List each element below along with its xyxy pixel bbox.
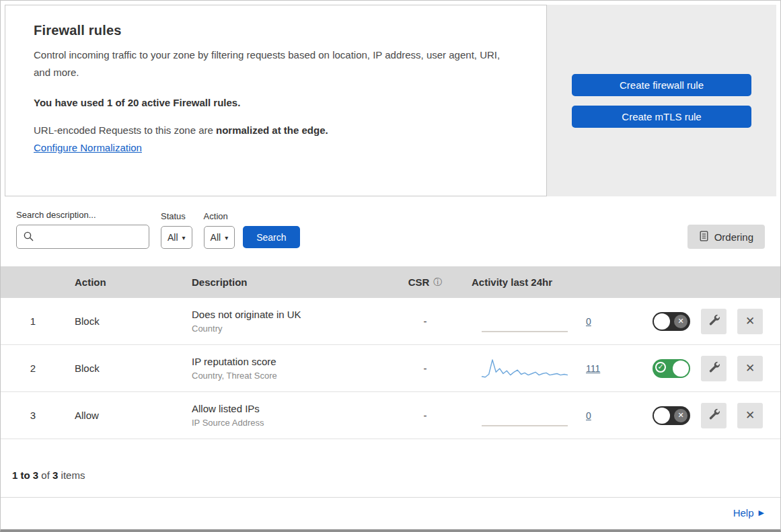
action-dropdown[interactable]: All▾	[204, 226, 235, 249]
rule-csr-value: -	[388, 410, 462, 421]
delete-rule-button[interactable]: ✕	[737, 356, 763, 381]
usage-summary: You have used 1 of 20 active Firewall ru…	[34, 97, 518, 108]
rule-activity: 0	[462, 404, 624, 427]
table-row: 3 Allow Allow listed IPs IP Source Addre…	[1, 392, 780, 439]
edit-rule-button[interactable]	[701, 403, 727, 428]
rule-fields: Country	[192, 324, 388, 334]
toggle-knob	[673, 360, 689, 377]
normalization-note: URL-encoded Requests to this zone are no…	[34, 124, 518, 136]
search-label: Search description...	[16, 210, 149, 220]
chevron-down-icon: ▾	[182, 234, 186, 241]
search-button[interactable]: Search	[243, 226, 299, 248]
table-row: 2 Block IP reputation score Country, Thr…	[1, 345, 780, 392]
wrench-icon	[708, 408, 720, 423]
toggle-knob	[654, 313, 670, 330]
wrench-icon	[708, 314, 720, 329]
close-icon: ✕	[745, 314, 755, 328]
status-dropdown[interactable]: All▾	[161, 226, 192, 249]
items-range: 1 to 3	[12, 469, 38, 481]
close-icon: ✕	[745, 408, 755, 422]
rule-action: Block	[65, 315, 182, 327]
create-firewall-rule-button[interactable]: Create firewall rule	[572, 74, 751, 96]
rule-action: Block	[65, 363, 182, 374]
table-header-row: Action Description CSR ⓘ Activity last 2…	[1, 266, 780, 298]
rule-priority: 3	[1, 410, 65, 421]
ordering-label: Ordering	[714, 231, 753, 243]
search-input-wrap	[16, 225, 149, 249]
rule-priority: 2	[1, 363, 65, 374]
of-text: of	[38, 469, 52, 481]
check-icon: ✓	[655, 362, 666, 373]
rule-title: Allow listed IPs	[192, 403, 388, 414]
close-icon: ✕	[745, 361, 755, 375]
status-label: Status	[161, 211, 192, 221]
edit-rule-button[interactable]	[701, 309, 727, 334]
status-filter-group: Status All▾	[161, 211, 192, 249]
header-actions-panel: Create firewall rule Create mTLS rule	[547, 5, 776, 196]
help-label: Help	[733, 507, 754, 519]
toggle-knob	[654, 408, 670, 424]
header-csr: CSR ⓘ	[388, 276, 462, 289]
x-icon: ✕	[674, 315, 687, 328]
normalization-text: URL-encoded Requests to this zone are	[34, 124, 216, 136]
activity-count-link[interactable]: 0	[586, 410, 591, 421]
create-mtls-rule-button[interactable]: Create mTLS rule	[572, 106, 751, 128]
header-activity: Activity last 24hr	[462, 276, 624, 288]
rule-fields: IP Source Address	[192, 418, 388, 428]
rule-csr-value: -	[388, 363, 462, 374]
search-input[interactable]	[16, 225, 149, 249]
help-link[interactable]: Help▶	[733, 507, 764, 519]
rules-table: Action Description CSR ⓘ Activity last 2…	[1, 266, 780, 439]
chevron-right-icon: ▶	[759, 508, 764, 517]
rule-activity: 0	[462, 310, 624, 333]
configure-normalization-link[interactable]: Configure Normalization	[34, 142, 142, 153]
items-text: items	[58, 469, 85, 481]
filter-bar: Search description... Status All▾ Action…	[1, 196, 780, 266]
header-card: Firewall rules Control incoming traffic …	[5, 5, 547, 196]
rule-enabled-toggle[interactable]: ✓ ✕	[653, 359, 690, 378]
rule-description: Does not originate in UK Country	[182, 309, 388, 334]
page-title: Firewall rules	[34, 23, 518, 38]
rule-enabled-toggle[interactable]: ✓ ✕	[653, 406, 690, 425]
table-row: 1 Block Does not originate in UK Country…	[1, 298, 780, 345]
ordering-button[interactable]: Ordering	[687, 225, 765, 249]
rule-title: Does not originate in UK	[192, 309, 388, 320]
search-field-group: Search description...	[16, 210, 149, 249]
rule-description: IP reputation score Country, Threat Scor…	[182, 356, 388, 381]
rule-title: IP reputation score	[192, 356, 388, 367]
rule-enabled-toggle[interactable]: ✓ ✕	[653, 312, 690, 331]
rule-priority: 1	[1, 315, 65, 327]
header-description: Description	[182, 276, 388, 288]
activity-sparkline	[481, 310, 568, 333]
normalization-bold: normalized at the edge.	[216, 124, 328, 136]
activity-count-link[interactable]: 111	[586, 363, 600, 374]
pagination-summary: 1 to 3 of 3 items	[1, 439, 780, 497]
x-icon: ✕	[674, 409, 687, 422]
header-section: Firewall rules Control incoming traffic …	[5, 5, 776, 196]
info-icon[interactable]: ⓘ	[433, 276, 442, 289]
action-dropdown-value: All	[211, 232, 221, 243]
rule-controls: ✓ ✕ ✕	[624, 309, 780, 334]
action-label: Action	[204, 211, 235, 221]
chevron-down-icon: ▾	[225, 234, 228, 241]
ordering-icon	[699, 231, 709, 243]
header-action: Action	[65, 276, 182, 288]
help-row: Help▶	[1, 497, 780, 528]
search-icon	[23, 231, 34, 245]
rule-activity: 111	[462, 357, 624, 380]
rule-fields: Country, Threat Score	[192, 371, 388, 381]
delete-rule-button[interactable]: ✕	[737, 309, 763, 334]
header-csr-label: CSR	[408, 276, 430, 288]
delete-rule-button[interactable]: ✕	[737, 403, 763, 428]
activity-count-link[interactable]: 0	[586, 316, 591, 327]
rule-csr-value: -	[388, 315, 462, 327]
activity-sparkline	[481, 404, 568, 427]
firewall-rules-page: Firewall rules Control incoming traffic …	[0, 0, 781, 532]
rule-description: Allow listed IPs IP Source Address	[182, 403, 388, 428]
edit-rule-button[interactable]	[701, 356, 727, 381]
status-dropdown-value: All	[168, 232, 178, 243]
rule-controls: ✓ ✕ ✕	[624, 356, 780, 381]
action-filter-group: Action All▾	[204, 211, 235, 249]
rule-controls: ✓ ✕ ✕	[624, 403, 780, 428]
wrench-icon	[708, 361, 720, 376]
